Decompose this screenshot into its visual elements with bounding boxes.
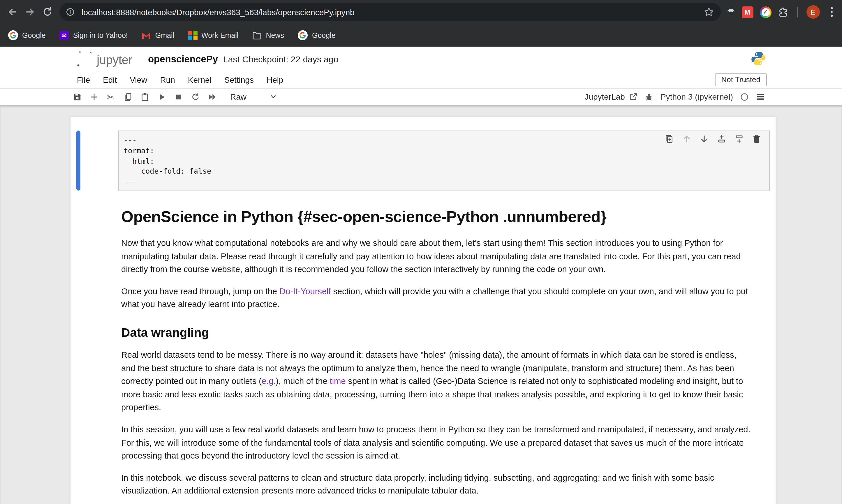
time-link[interactable]: time [330,376,346,386]
paragraph: Once you have read through, jump on the … [121,285,752,311]
paragraph: Real world datasets tend to be messy. Th… [121,348,752,414]
checkpoint-text: Last Checkpoint: 22 days ago [223,54,338,64]
bookmark-google-2[interactable]: Google [298,30,336,40]
bookmark-news-folder[interactable]: News [252,31,284,39]
mendeley-extension-icon[interactable]: M [741,6,753,18]
cell-type-value: Raw [230,92,247,102]
bookmark-label: Sign in to Yahoo! [73,31,128,39]
menu-settings[interactable]: Settings [224,75,254,84]
address-bar[interactable]: localhost:8888/notebooks/Dropbox/envs363… [59,3,721,21]
notebook-menubar: File Edit View Run Kernel Settings Help … [0,71,842,89]
site-info-icon[interactable] [63,5,77,19]
debugger-bug-icon[interactable] [645,92,653,101]
google-favicon [298,30,308,40]
forward-icon[interactable] [21,3,38,21]
bookmark-google-1[interactable]: Google [8,30,46,40]
cell-selection-bar[interactable] [76,130,80,191]
bookmark-gmail[interactable]: Gmail [142,31,174,39]
cut-cell-icon[interactable]: ✂ [106,92,115,102]
do-it-yourself-link[interactable]: Do-It-Yourself [280,287,331,296]
duplicate-cell-icon[interactable] [665,134,674,143]
python-logo-icon [751,51,766,66]
check-circle-extension-icon[interactable]: ✓ [759,6,771,18]
google-favicon [8,30,18,40]
menu-file[interactable]: File [77,75,90,84]
browser-toolbar: localhost:8888/notebooks/Dropbox/envs363… [0,0,842,24]
gmail-favicon [142,32,151,39]
jupyter-wordmark: jupyter [97,54,132,68]
menu-run[interactable]: Run [160,75,175,84]
folder-icon [252,31,262,39]
back-icon[interactable] [3,3,21,21]
move-cell-up-icon[interactable] [682,134,691,143]
bookmark-yahoo[interactable]: ✉ Sign in to Yahoo! [60,31,128,40]
run-cell-icon[interactable] [157,92,166,102]
section-heading-h2: Data wrangling [121,326,752,340]
menu-kernel[interactable]: Kernel [188,75,212,84]
menu-view[interactable]: View [130,75,147,84]
notebook-panel: --- format: html: code-fold: false --- [71,117,775,504]
kernel-name-label[interactable]: Python 3 (ipykernel) [661,92,733,102]
jupyter-header: jupyter opensciencePy Last Checkpoint: 2… [0,47,842,71]
browser-window: localhost:8888/notebooks/Dropbox/envs363… [0,0,842,504]
cell-toolbar [665,134,761,143]
yahoo-mail-favicon: ✉ [60,31,69,40]
add-cell-icon[interactable] [89,92,98,102]
microsoft-favicon [188,31,197,40]
run-all-cells-icon[interactable] [208,92,217,102]
not-trusted-button[interactable]: Not Trusted [715,73,767,86]
code-line: code-fold: false [124,166,765,177]
bookmark-label: Google [312,31,336,39]
bookmark-label: Work Email [201,31,238,39]
url-text[interactable]: localhost:8888/notebooks/Dropbox/envs363… [82,7,355,17]
raw-cell[interactable]: --- format: html: code-fold: false --- [118,130,770,191]
code-line: format: [124,146,765,156]
chevron-down-icon [270,93,277,100]
markdown-output: OpenScience in Python {#sec-open-science… [121,208,752,498]
profile-avatar[interactable]: E [806,5,820,19]
code-line: --- [124,177,765,187]
paragraph-text: Once you have read through, jump on the [121,287,280,296]
bookmark-star-icon[interactable] [704,7,714,17]
kernel-status-icon[interactable] [740,92,749,101]
bookmark-label: Gmail [155,31,174,39]
menu-edit[interactable]: Edit [103,75,117,84]
code-line: html: [124,156,765,166]
paste-cell-icon[interactable] [140,92,149,102]
notebook-scroll-area[interactable]: --- format: html: code-fold: false --- [0,106,842,504]
external-link-icon [630,93,638,101]
menu-help[interactable]: Help [267,75,284,84]
notebook-title[interactable]: opensciencePy [148,53,218,65]
toolbar-divider [797,7,798,17]
jupyterlab-label: JupyterLab [585,92,625,102]
paragraph: Now that you know what computational not… [121,237,752,276]
paragraph-text: ), much of the [275,376,329,386]
extension-icons: ☂ M ✓ E [727,5,836,19]
stop-kernel-icon[interactable] [174,92,183,102]
section-heading-h1: OpenScience in Python {#sec-open-science… [121,208,752,226]
paragraph: In this session, you will use a few real… [121,423,752,463]
bookmark-work-email[interactable]: Work Email [188,31,238,40]
paragraph: In this notebook, we discuss several pat… [121,471,752,497]
hamburger-menu-icon[interactable] [756,92,765,102]
notebook-toolbar: ✂ Raw JupyterLab Python 3 [0,89,842,106]
restart-kernel-icon[interactable] [191,92,200,102]
browser-menu-icon[interactable] [826,7,836,17]
move-cell-down-icon[interactable] [700,134,709,143]
cell-type-dropdown[interactable]: Raw [230,92,277,102]
eg-link[interactable]: e.g. [262,376,275,386]
open-in-jupyterlab-link[interactable]: JupyterLab [585,92,638,102]
delete-cell-icon[interactable] [752,134,761,143]
umbrella-extension-icon[interactable]: ☂ [727,7,735,17]
jupyter-logo-icon [76,50,94,68]
bookmarks-bar: Google ✉ Sign in to Yahoo! Gmail Work Em… [0,24,842,47]
save-icon[interactable] [72,92,82,102]
reload-icon[interactable] [38,3,56,21]
insert-cell-below-icon[interactable] [735,134,744,143]
toolbar-right-group: JupyterLab Python 3 (ipykernel) [585,92,765,102]
insert-cell-above-icon[interactable] [717,134,726,143]
jupyter-logo[interactable]: jupyter [76,50,132,68]
copy-cell-icon[interactable] [123,92,132,102]
bookmark-label: Google [22,31,46,39]
extensions-puzzle-icon[interactable] [777,7,788,17]
